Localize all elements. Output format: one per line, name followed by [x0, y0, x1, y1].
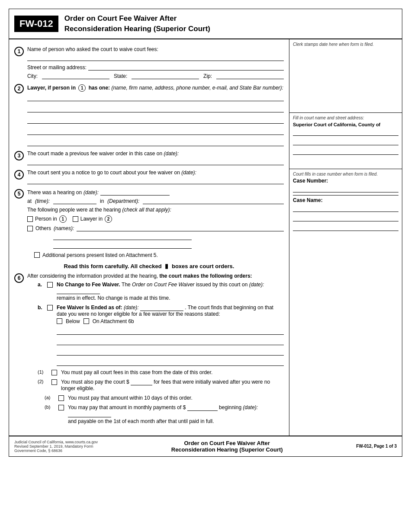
lawyer-info-lines — [27, 94, 284, 146]
case-number-section: Court fills in case number when form is … — [293, 172, 398, 195]
others-names-field[interactable] — [77, 224, 284, 231]
s6a-text: No Change to Fee Waiver. The Order on Co… — [57, 282, 284, 301]
s6b-checkbox[interactable] — [47, 305, 53, 311]
section-1-content: Name of person who asked the court to wa… — [27, 46, 284, 79]
lawyer-in-checkbox[interactable] — [73, 216, 78, 222]
case-number-field[interactable] — [293, 186, 398, 192]
s6-2-checkbox[interactable] — [51, 379, 57, 385]
attachment-5-row: Additional persons present listed on Att… — [27, 252, 284, 258]
section-4: 4 The court sent you a notice to go to c… — [14, 170, 284, 184]
others-names-field3[interactable] — [53, 242, 192, 249]
case-name-field[interactable] — [293, 205, 398, 212]
s6b-text: Fee Waiver Is Ended as of: (date): . The… — [57, 304, 284, 366]
s6b-below-checkbox[interactable] — [57, 318, 62, 324]
section-3: 3 The court made a previous fee waiver o… — [14, 151, 284, 165]
footer-right: FW-012, Page 1 of 3 — [356, 444, 397, 449]
section-5-num: 5 — [14, 189, 24, 199]
city-field[interactable] — [42, 72, 109, 79]
case-name-section: Case Name: — [293, 197, 398, 231]
left-column: 1 Name of person who asked the court to … — [9, 39, 289, 436]
read-this-form: Read this form carefully. All checked ▮ … — [14, 263, 284, 269]
section-6-2: (2) You must also pay the court $ for fe… — [38, 379, 284, 391]
section-2-num: 2 — [14, 84, 24, 93]
s6-2b-text: You may pay that amount in monthly payme… — [68, 404, 284, 424]
city-state-zip-row: City: State: Zip: — [27, 72, 284, 79]
section-2-content: Lawyer, if person in 1 has one: (name, f… — [27, 84, 284, 146]
hearing-date-field[interactable] — [100, 189, 170, 195]
footer-left: Judicial Council of California, www.cour… — [14, 440, 98, 453]
s6-2a-checkbox[interactable] — [58, 395, 64, 401]
s6b-date-field[interactable] — [140, 304, 183, 311]
section-3-num: 3 — [14, 151, 24, 160]
check-row: Person in 1 Lawyer in 2 — [27, 215, 284, 223]
lawyer-in-checkbox-item: Lawyer in 2 — [73, 215, 112, 223]
department-field[interactable] — [143, 197, 284, 204]
section-5: 5 There was a hearing on (date): at (tim… — [14, 189, 284, 258]
section-6-2b: (b) You may pay that amount in monthly p… — [45, 404, 284, 424]
court-name-field[interactable] — [293, 129, 398, 136]
section-6-num: 6 — [14, 273, 24, 283]
person-in-checkbox-item: Person in 1 — [27, 215, 67, 223]
s6-2-text: You must also pay the court $ for fees t… — [61, 379, 284, 391]
s4-date-field[interactable] — [27, 177, 284, 184]
s6-1-checkbox[interactable] — [51, 370, 57, 375]
case-name-field2[interactable] — [293, 215, 398, 221]
section-6-2a: (a) You must pay that amount within 10 d… — [45, 395, 284, 401]
s6-intro: After considering the information provid… — [27, 273, 284, 279]
section-6-content: After considering the information provid… — [27, 273, 284, 428]
section-2: 2 Lawyer, if person in 1 has one: (name,… — [14, 83, 284, 146]
section-3-content: The court made a previous fee waiver ord… — [27, 151, 284, 165]
hearing-time-field[interactable] — [53, 197, 96, 204]
right-column: Clerk stamps date here when form is file… — [289, 39, 402, 436]
court-address-field[interactable] — [293, 138, 398, 145]
section-1: 1 Name of person who asked the court to … — [14, 46, 284, 79]
form-id: FW-012 — [14, 16, 58, 32]
s6-2b-amount-field[interactable] — [187, 404, 218, 411]
case-name-field3[interactable] — [293, 224, 398, 231]
section-1-num: 1 — [14, 47, 24, 56]
name-field[interactable] — [27, 54, 284, 61]
section-6: 6 After considering the information prov… — [14, 273, 284, 428]
person-in-checkbox[interactable] — [27, 216, 33, 222]
case-info-section: Court fills in case number when form is … — [289, 169, 402, 234]
section-6b: b. Fee Waiver Is Ended as of: (date): . … — [38, 304, 284, 366]
court-address2-field[interactable] — [293, 148, 398, 155]
s6-2b-date-field[interactable] — [68, 411, 111, 417]
s6a-checkbox[interactable] — [47, 282, 53, 288]
reason-lines — [57, 328, 284, 366]
attachment-5-checkbox[interactable] — [34, 252, 40, 258]
footer-center: Order on Court Fee Waiver After Reconsid… — [171, 440, 283, 453]
section-6a: a. No Change to Fee Waiver. The Order on… — [38, 282, 284, 301]
clerk-stamp-area: Clerk stamps date here when form is file… — [289, 39, 402, 113]
court-name-section: Fill in court name and street address: S… — [289, 113, 402, 169]
s6-2b-checkbox[interactable] — [58, 405, 64, 410]
main-body: 1 Name of person who asked the court to … — [9, 39, 402, 436]
page-container: FW-012 Order on Court Fee Waiver After R… — [9, 9, 402, 457]
header-title: Order on Court Fee Waiver After Reconsid… — [64, 13, 210, 34]
hearing-time-row: at (time): in (Department): — [27, 197, 284, 204]
zip-field[interactable] — [216, 72, 284, 79]
section-4-content: The court sent you a notice to go to cou… — [27, 170, 284, 184]
footer: Judicial Council of California, www.cour… — [9, 436, 402, 456]
others-checkbox[interactable] — [27, 226, 33, 231]
s6b-attachment-checkbox[interactable] — [83, 318, 89, 324]
section-5-content: There was a hearing on (date): at (time)… — [27, 189, 284, 258]
state-field[interactable] — [132, 72, 199, 79]
s3-date-field[interactable] — [27, 158, 284, 165]
s6-2-amount-field[interactable] — [131, 379, 152, 385]
section-4-num: 4 — [14, 170, 24, 179]
others-names-field2[interactable] — [53, 233, 192, 240]
header-area: FW-012 Order on Court Fee Waiver After R… — [9, 9, 402, 39]
section-6-1: (1) You must pay all court fees in this … — [38, 369, 284, 375]
others-row: Others (names): — [27, 224, 284, 231]
s6a-date-field[interactable] — [57, 288, 100, 294]
